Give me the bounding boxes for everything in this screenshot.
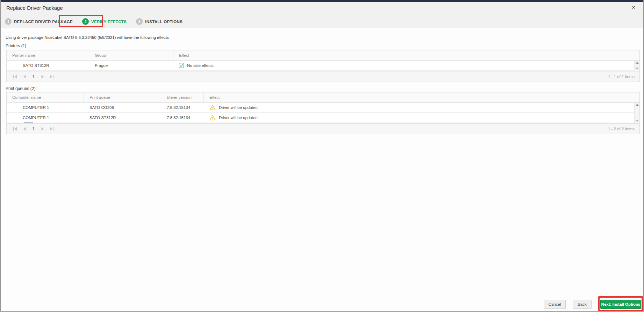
column-header-effect[interactable]: Effect [204, 92, 639, 102]
warning-triangle-icon [209, 115, 216, 120]
computer-name-cell: COMPUTER 1 [7, 113, 84, 123]
cancel-button[interactable]: Cancel [544, 300, 566, 309]
vertical-scrollbar[interactable] [634, 61, 639, 71]
scroll-up-icon [636, 62, 639, 64]
driver-version-cell: 7.8.32.15134 [161, 113, 204, 123]
next-page-icon[interactable] [40, 74, 45, 79]
step-3-label: INSTALL OPTIONS [145, 20, 183, 24]
step-install-options[interactable]: 3 INSTALL OPTIONS [136, 18, 183, 25]
scroll-up-icon [636, 104, 639, 106]
pager-items-summary: 1 - 2 of 2 items [608, 127, 639, 131]
print-queues-section-label: Print queues (2): [6, 86, 37, 91]
column-header-effect[interactable]: Effect [173, 50, 639, 60]
pager-items-summary: 1 - 1 of 1 items [608, 75, 639, 79]
warning-triangle-icon [209, 105, 216, 110]
printers-table-header: Printer name Group Effect [7, 50, 639, 61]
back-button[interactable]: Back [573, 300, 592, 309]
table-row[interactable]: SATO ST312R Prague No side effects [7, 61, 639, 71]
table-row[interactable]: COMPUTER 1 SATO CG208 7.8.32.15134 Drive… [7, 103, 639, 113]
current-page-number[interactable]: 1 [31, 126, 36, 131]
effect-text: No side effects [187, 63, 214, 68]
step-replace-driver-package[interactable]: 1 REPLACE DRIVER PACKAGE [5, 18, 73, 25]
next-install-options-button[interactable]: Next: Install Options [600, 300, 641, 309]
step-2-circle: 2 [82, 18, 89, 25]
last-page-icon[interactable] [49, 126, 54, 131]
driver-version-cell: 7.8.32.15134 [161, 103, 204, 112]
dialog-title: Replace Driver Package [6, 5, 63, 11]
step-1-label: REPLACE DRIVER PACKAGE [14, 20, 73, 24]
printers-table: Printer name Group Effect SATO ST312R Pr… [6, 50, 640, 71]
replace-driver-package-dialog: Replace Driver Package ✕ 1 REPLACE DRIVE… [0, 0, 644, 312]
print-queue-cell: SATO CG208 [84, 103, 161, 112]
step-3-circle: 3 [136, 18, 143, 25]
table-row[interactable]: COMPUTER 1 SATO ST312R 7.8.32.15134 Driv… [7, 113, 639, 123]
effect-cell: No side effects [173, 61, 639, 70]
column-header-printer-name[interactable]: Printer name [7, 50, 89, 60]
step-2-label: VERIFY EFFECTS [91, 20, 127, 24]
previous-page-icon[interactable] [22, 126, 27, 131]
effect-cell: Driver will be updated [204, 103, 639, 112]
first-page-icon[interactable] [13, 126, 17, 131]
computer-name-cell: COMPUTER 1 [7, 103, 84, 112]
print-queues-pager: 1 1 - 2 of 2 items [6, 123, 640, 134]
scroll-down-icon [636, 120, 639, 122]
column-header-group[interactable]: Group [89, 50, 173, 60]
effect-cell: Driver will be updated [204, 113, 639, 123]
printer-name-cell: SATO ST312R [7, 61, 89, 70]
printers-pager: 1 1 - 1 of 1 items [6, 71, 640, 82]
print-queues-pager-nav: 1 [7, 126, 54, 131]
print-queues-table: Computer name Print queue Driver version… [6, 92, 640, 123]
vertical-scrollbar[interactable] [634, 103, 639, 123]
intro-text: Using driver package NiceLabel SATO 8.6.… [6, 35, 169, 40]
last-page-icon[interactable] [49, 74, 54, 79]
close-icon[interactable]: ✕ [631, 5, 636, 10]
print-queue-cell: SATO ST312R [84, 113, 161, 123]
effect-text: Driver will be updated [219, 105, 258, 110]
dialog-header: Replace Driver Package ✕ 1 REPLACE DRIVE… [1, 2, 643, 28]
green-checkbox-icon [179, 63, 184, 68]
effect-text: Driver will be updated [219, 116, 258, 120]
step-verify-effects[interactable]: 2 VERIFY EFFECTS [82, 18, 127, 25]
previous-page-icon[interactable] [22, 74, 27, 79]
column-header-driver-version[interactable]: Driver version [161, 92, 204, 102]
first-page-icon[interactable] [13, 74, 17, 79]
printers-section-label: Printers (1): [6, 43, 28, 48]
step-1-circle: 1 [5, 18, 12, 25]
next-page-icon[interactable] [40, 126, 45, 131]
column-header-print-queue[interactable]: Print queue [84, 92, 161, 102]
printers-pager-nav: 1 [7, 74, 54, 79]
print-queues-table-header: Computer name Print queue Driver version… [7, 92, 639, 103]
print-queues-table-body: COMPUTER 1 SATO CG208 7.8.32.15134 Drive… [7, 103, 639, 123]
current-page-number[interactable]: 1 [31, 74, 36, 79]
column-header-computer-name[interactable]: Computer name [7, 92, 84, 102]
printers-table-body: SATO ST312R Prague No side effects [7, 61, 639, 71]
group-cell: Prague [89, 61, 173, 70]
wizard-steps: 1 REPLACE DRIVER PACKAGE 2 VERIFY EFFECT… [5, 18, 192, 25]
scroll-down-icon [636, 68, 639, 70]
